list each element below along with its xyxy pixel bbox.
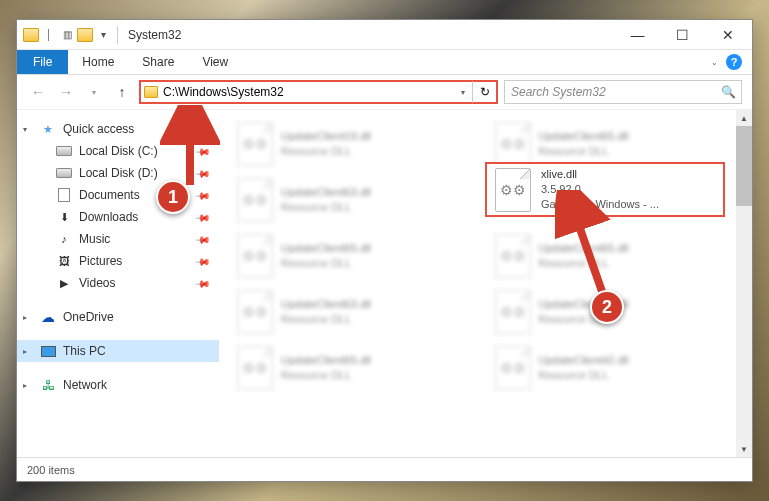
file-version: 3.5.92.0 <box>541 182 659 197</box>
qat-dropdown-icon[interactable]: ▾ <box>95 27 111 43</box>
item-count: 200 items <box>27 464 75 476</box>
titlebar-separator <box>117 26 118 44</box>
sidebar-onedrive[interactable]: ▸☁OneDrive <box>17 306 219 328</box>
help-icon[interactable]: ? <box>726 54 742 70</box>
dll-file-icon: ⚙⚙ <box>495 290 531 334</box>
file-item[interactable]: ⚙⚙UpdateClient65.dllResource DLL <box>495 230 735 282</box>
status-bar: 200 items <box>17 457 752 481</box>
folder-icon <box>23 28 39 42</box>
minimize-button[interactable]: — <box>615 20 660 49</box>
file-menu[interactable]: File <box>17 50 68 74</box>
file-item[interactable]: ⚙⚙UpdateClient63.dllResource DLL <box>237 174 477 226</box>
chevron-right-icon[interactable]: ▸ <box>23 313 27 322</box>
pictures-icon: 🖼 <box>55 253 73 269</box>
drive-icon <box>55 165 73 181</box>
scroll-thumb[interactable] <box>736 126 752 206</box>
search-input[interactable] <box>505 85 715 99</box>
dll-file-icon: ⚙⚙ <box>495 234 531 278</box>
file-item[interactable]: ⚙⚙UpdateClient65.dllResource DLL <box>237 342 477 394</box>
up-button[interactable]: ↑ <box>111 81 133 103</box>
pin-icon: 📌 <box>195 165 211 181</box>
address-bar[interactable]: ▾ ↻ <box>139 80 498 104</box>
tab-home[interactable]: Home <box>68 50 128 74</box>
window-title: System32 <box>128 28 181 42</box>
sidebar-item-downloads[interactable]: ⬇Downloads📌 <box>17 206 219 228</box>
dll-file-icon: ⚙⚙ <box>495 122 531 166</box>
ribbon: File Home Share View ⌄ ? <box>17 50 752 75</box>
sidebar-item-pictures[interactable]: 🖼Pictures📌 <box>17 250 219 272</box>
tab-share[interactable]: Share <box>128 50 188 74</box>
file-item[interactable]: ⚙⚙UpdateClient65.dllResource DLL <box>237 230 477 282</box>
dll-file-icon: ⚙⚙ <box>237 290 273 334</box>
tab-view[interactable]: View <box>188 50 242 74</box>
chevron-right-icon[interactable]: ▸ <box>23 347 27 356</box>
file-details: xlive.dll 3.5.92.0 Games for Windows - .… <box>541 167 659 212</box>
sidebar-item-music[interactable]: ♪Music📌 <box>17 228 219 250</box>
annotation-callout-1: 1 <box>156 180 190 214</box>
address-dropdown-icon[interactable]: ▾ <box>454 88 472 97</box>
address-input[interactable] <box>161 85 454 99</box>
dll-file-icon: ⚙⚙ <box>237 234 273 278</box>
drive-icon <box>55 143 73 159</box>
pin-icon: 📌 <box>195 209 211 225</box>
file-item-xlive[interactable]: ⚙⚙ xlive.dll 3.5.92.0 Games for Windows … <box>485 162 725 217</box>
file-item[interactable]: ⚙⚙UpdateClient42.dllResource DLL <box>495 342 735 394</box>
dll-file-icon: ⚙⚙ <box>237 122 273 166</box>
refresh-button[interactable]: ↻ <box>472 81 496 103</box>
file-item[interactable]: ⚙⚙UpdateClient63.dllResource DLL <box>237 286 477 338</box>
pin-icon: 📌 <box>195 143 211 159</box>
vertical-scrollbar[interactable]: ▲ ▼ <box>736 110 752 457</box>
sidebar-this-pc[interactable]: ▸This PC <box>17 340 219 362</box>
dll-file-icon: ⚙⚙ <box>495 346 531 390</box>
address-folder-icon <box>141 86 161 98</box>
navigation-pane: ▾ ★ Quick access Local Disk (C:)📌 Local … <box>17 110 219 457</box>
search-icon[interactable]: 🔍 <box>715 85 741 99</box>
cloud-icon: ☁ <box>39 309 57 325</box>
back-button[interactable]: ← <box>27 81 49 103</box>
properties-icon[interactable]: ▥ <box>59 27 75 43</box>
navigation-bar: ← → ▾ ↑ ▾ ↻ 🔍 <box>17 75 752 109</box>
qat-separator: │ <box>41 27 57 43</box>
document-icon <box>55 187 73 203</box>
music-icon: ♪ <box>55 231 73 247</box>
sidebar-quick-access[interactable]: ▾ ★ Quick access <box>17 118 219 140</box>
gear-icon: ⚙⚙ <box>500 182 526 198</box>
file-description: Games for Windows - ... <box>541 197 659 212</box>
maximize-button[interactable]: ☐ <box>660 20 705 49</box>
window-controls: — ☐ ✕ <box>615 20 750 49</box>
pin-icon: 📌 <box>195 231 211 247</box>
chevron-right-icon[interactable]: ▸ <box>23 381 27 390</box>
star-icon: ★ <box>39 121 57 137</box>
pin-icon: 📌 <box>195 187 211 203</box>
quick-access-toolbar: │ ▥ ▾ <box>19 27 111 43</box>
file-item[interactable]: ⚙⚙UpdateClient19.dllResource DLL <box>237 118 477 170</box>
new-folder-icon[interactable] <box>77 28 93 42</box>
dll-file-icon: ⚙⚙ <box>237 178 273 222</box>
search-box[interactable]: 🔍 <box>504 80 742 104</box>
explorer-body: ▾ ★ Quick access Local Disk (C:)📌 Local … <box>17 109 752 457</box>
ribbon-expand-icon[interactable]: ⌄ <box>711 58 718 67</box>
file-name: xlive.dll <box>541 167 659 182</box>
chevron-down-icon[interactable]: ▾ <box>23 125 27 134</box>
pin-icon: 📌 <box>195 275 211 291</box>
file-list-pane: ⚙⚙UpdateClient19.dllResource DLL⚙⚙Update… <box>219 110 752 457</box>
sidebar-item-local-disk-c[interactable]: Local Disk (C:)📌 <box>17 140 219 162</box>
explorer-window: │ ▥ ▾ System32 — ☐ ✕ File Home Share Vie… <box>16 19 753 482</box>
sidebar-network[interactable]: ▸🖧Network <box>17 374 219 396</box>
forward-button[interactable]: → <box>55 81 77 103</box>
scroll-down-icon[interactable]: ▼ <box>736 441 752 457</box>
pc-icon <box>39 343 57 359</box>
dll-file-icon: ⚙⚙ <box>237 346 273 390</box>
titlebar: │ ▥ ▾ System32 — ☐ ✕ <box>17 20 752 50</box>
sidebar-item-videos[interactable]: ▶Videos📌 <box>17 272 219 294</box>
recent-dropdown-icon[interactable]: ▾ <box>83 81 105 103</box>
videos-icon: ▶ <box>55 275 73 291</box>
pin-icon: 📌 <box>195 253 211 269</box>
network-icon: 🖧 <box>39 377 57 393</box>
sidebar-item-local-disk-d[interactable]: Local Disk (D:)📌 <box>17 162 219 184</box>
downloads-icon: ⬇ <box>55 209 73 225</box>
close-button[interactable]: ✕ <box>705 20 750 49</box>
sidebar-label: Quick access <box>63 122 134 136</box>
scroll-up-icon[interactable]: ▲ <box>736 110 752 126</box>
dll-file-icon: ⚙⚙ <box>495 168 531 212</box>
